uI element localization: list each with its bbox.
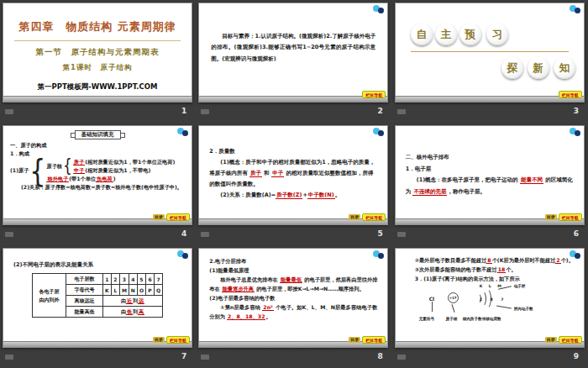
page-number: 3 <box>574 107 579 115</box>
watermark-mark <box>5 232 13 237</box>
label-layer-count: 层内电子数 <box>514 306 533 313</box>
watermark-mark <box>201 355 209 360</box>
electron-shell-table: 各电子层由内到外 电子层数 1 2 3 4 5 6 7 字母代号 K L M N… <box>32 273 163 318</box>
ppt-logo-icon <box>569 250 581 260</box>
table-cell: Q <box>155 285 163 296</box>
nav-badge[interactable]: 栏目导航 <box>559 91 582 98</box>
table-title: (2)不同电子层的表示及能量关系 <box>3 249 192 269</box>
thumbnail-cell-1: 第四章 物质结构 元素周期律 第一节 原子结构与元素周期表 第1课时 原子结构 … <box>0 0 196 123</box>
row-label: 字母代号 <box>66 285 102 296</box>
section-circle: 习 <box>486 24 508 45</box>
electron-desc: (带1个单位 <box>69 176 96 181</box>
max-electron-text: ①第n层最多容纳 2n² 个电子。如K、L、M、N层最多容纳电子数分别为 2、8… <box>209 302 377 321</box>
row-label: 离核远近 <box>66 296 102 307</box>
atom-composition-brace: (1)原子 { 原子核 { 质子(相对质量近似为1，带1个单位正电荷) 中子(相… <box>10 158 185 183</box>
heading-2: (1)能量最低原理 <box>209 265 377 275</box>
table-cell: 5 <box>137 274 145 285</box>
table-cell: 2 <box>111 274 119 285</box>
blank-proton: 质子 <box>249 170 262 177</box>
thumbnail-cell-8: 2.电子分层排布 (1)能量最低原理 核外电子总是优先排布在 能量最低 的电子层… <box>196 245 391 368</box>
neutron-blank: 中子 <box>73 167 85 174</box>
nav-badge[interactable]: 栏目导航 <box>559 213 582 221</box>
blank-rising-energy: 能量逐步升高 <box>222 286 255 292</box>
section-header-box: 基础知识填充 <box>75 130 121 139</box>
page-number: 2 <box>377 107 382 115</box>
slide-thumbnail-3[interactable]: 自 主 预 习 探 新 知 栏目导航 <box>395 3 585 103</box>
blank-neutron-number: 中子数(N) <box>307 192 335 199</box>
slide-thumbnail-2[interactable]: 目标与素养：1.认识原子结构。(微观探析)2.了解原子核外电子的排布。(微观探析… <box>198 3 388 103</box>
nav-badge[interactable]: 栏目导航 <box>559 336 582 344</box>
section-divider <box>411 51 569 52</box>
toc-badge[interactable]: 目录 <box>153 214 165 220</box>
page-number: 8 <box>377 352 382 360</box>
section-circle: 预 <box>459 24 481 45</box>
table-cell: N <box>129 285 137 296</box>
section-circle: 自 <box>411 24 433 45</box>
slide-thumbnail-8[interactable]: 2.电子分层排布 (1)能量最低原理 核外电子总是优先排布在 能量最低 的电子层… <box>198 248 388 348</box>
blank-counts: 2、8、18、32 <box>227 313 265 320</box>
table-cell: 4 <box>129 274 137 285</box>
table-cell: 3 <box>119 274 129 285</box>
page-number: 1 <box>181 107 186 115</box>
energy-answer: 由低到高 <box>102 307 162 318</box>
thumbnail-cell-5: 2．质量数 (1)概念：质子和中子的相对质量都近似为1，忽略电子的质量，将原子核… <box>196 123 391 245</box>
slide-thumbnail-6[interactable]: 二、核外电子排布 1．电子层 (1)概念：在多电子原子里，把电子运动的 能量不同… <box>395 125 585 225</box>
page-number: 5 <box>377 229 382 238</box>
slide-thumbnail-9[interactable]: ②最外层电子数目最多不能超过8个(K层为最外层时不能超过2个)。 ③次外层最多能… <box>395 248 585 348</box>
page-number: 4 <box>181 229 186 238</box>
ppt-logo-icon <box>372 250 385 260</box>
structure-heading: 3．(1)原子(离子)结构的表示方法，如下所示 <box>404 274 575 283</box>
heading-2: 1．电子层 <box>406 164 574 176</box>
slide-thumbnail-4[interactable]: 基础知识填充 一、原子的构成 1．构成 (1)原子 { 原子核 { 质子(相对质… <box>3 125 192 225</box>
lesson-title: 第1课时 原子结构 <box>3 63 192 73</box>
page-number: 6 <box>574 229 579 238</box>
nav-badge[interactable]: 栏目导航 <box>166 213 190 221</box>
proton-blank: 质子 <box>73 159 85 166</box>
toc-badge[interactable]: 目录 <box>349 337 360 343</box>
nav-badge[interactable]: 栏目导航 <box>166 336 190 344</box>
proton-desc: (相对质量近似为1，带1个单位正电荷) <box>85 159 175 165</box>
subouter-rule-text: ③次外层最多能容纳的电子数不超过18个。 <box>404 265 575 274</box>
atomic-structure-diagram: Cl +17 2 8 7 K L M 电子层 层内电子数 元素符号 原子核 核内… <box>404 285 577 323</box>
blank-energy: 能量不同 <box>520 176 543 184</box>
heading-1: 2.电子分层排布 <box>209 256 377 265</box>
table-cell: L <box>111 285 119 296</box>
heading-1: 一、原子的构成 <box>10 141 185 150</box>
section-circle: 探 <box>501 57 523 79</box>
slide-thumbnail-5[interactable]: 2．质量数 (1)概念：质子和中子的相对质量都近似为1，忽略电子的质量，将原子核… <box>198 125 388 225</box>
toc-badge[interactable]: 目录 <box>545 337 557 343</box>
shell-electron-counts: 2 8 7 <box>480 297 507 303</box>
ppt-logo-icon <box>176 128 189 137</box>
thumbnail-cell-2: 目标与素养：1.认识原子结构。(微观探析)2.了解原子核外电子的排布。(微观探析… <box>196 0 391 123</box>
slide-thumbnail-7[interactable]: (2)不同电子层的表示及能量关系 各电子层由内到外 电子层数 1 2 3 4 5… <box>3 248 192 348</box>
ppt-logo-icon <box>569 5 581 14</box>
toc-badge[interactable]: 目录 <box>545 214 557 220</box>
outermost-rule-text: ②最外层电子数目最多不能超过8个(K层为最外层时不能超过2个)。 <box>404 255 575 265</box>
electron-blank: 核外电子 <box>46 176 69 182</box>
slide-footer-strip <box>396 96 584 102</box>
label-electron-layer: 电子层 <box>514 283 526 290</box>
electron-desc-end: ) <box>113 176 116 181</box>
row-label: 能量高低 <box>66 307 102 318</box>
chapter-title: 第四章 物质结构 元素周期律 <box>3 19 192 34</box>
table-cell: 7 <box>155 274 163 285</box>
section-circle: 知 <box>554 57 575 79</box>
toc-badge[interactable]: 目录 <box>349 214 360 220</box>
nav-badge[interactable]: 栏目导航 <box>362 336 386 344</box>
watermark-mark <box>201 109 209 114</box>
atom-label: (1)原子 <box>10 166 29 175</box>
leader-line <box>451 305 454 313</box>
shell-letters: K L M <box>480 283 504 290</box>
title-divider <box>14 40 180 41</box>
mass-number-concept: (1)概念：质子和中子的相对质量都近似为1，忽略电子的质量，将原子核内所有 质子… <box>209 157 377 190</box>
blank-lowest-energy: 能量最低 <box>280 276 302 283</box>
toc-badge[interactable]: 目录 <box>153 337 165 343</box>
table-cell: P <box>146 285 155 296</box>
slide-thumbnail-1[interactable]: 第四章 物质结构 元素周期律 第一节 原子结构与元素周期表 第1课时 原子结构 … <box>3 3 192 103</box>
table-cell: M <box>119 285 129 296</box>
nav-badge[interactable]: 栏目导航 <box>362 91 386 98</box>
heading: 2．质量数 <box>209 146 377 157</box>
blank-shell: 不连续的壳层 <box>412 188 447 196</box>
inner-brace: { <box>63 159 72 173</box>
nav-badge[interactable]: 栏目导航 <box>362 213 386 221</box>
